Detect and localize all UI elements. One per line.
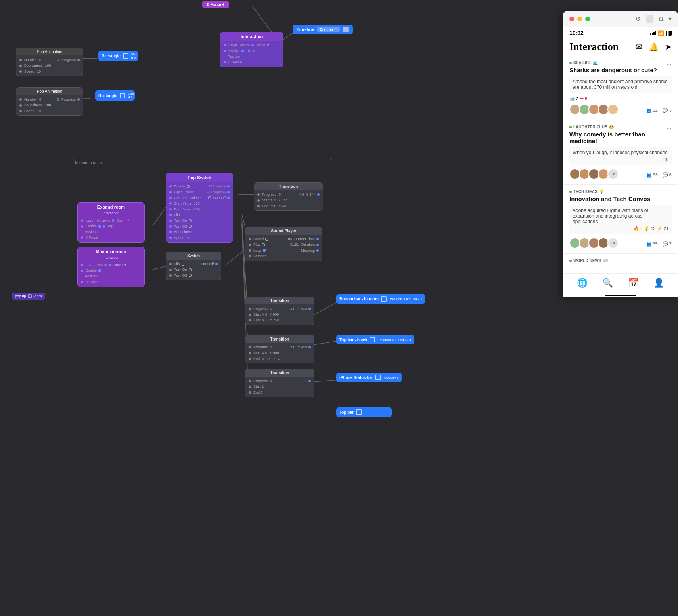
minimize-btn[interactable] xyxy=(577,17,582,21)
more-btn-3[interactable]: ··· xyxy=(667,189,672,197)
expand-room-body: LayerAudio rcDown ▼ EnableTap Position 0… xyxy=(78,216,144,242)
room-card-2[interactable]: LAUGHTER CLUB 😂 Why comedy is better tha… xyxy=(563,120,678,185)
nav-search[interactable]: 🔍 xyxy=(602,278,613,288)
iphone-status-node: iPhone Status bar Opacity 1 xyxy=(336,373,402,382)
react-bulb: 💡 13 xyxy=(644,226,655,231)
bottom-bar-icon xyxy=(381,296,387,302)
force-node: 0 Force + xyxy=(202,1,229,8)
minimize-room-node: Minimize room Interaction LayerVectorDow… xyxy=(77,247,145,287)
phone-screen: 19:02 📶 ▌ Interaction ✉ 🔔 ➤ xyxy=(563,27,678,296)
room-card-4[interactable]: WORLD NEWS 📰 ··· xyxy=(563,254,678,274)
room-card-3[interactable]: TECH IDEAS 💡 Innovation and Tech Convos … xyxy=(563,185,678,254)
rectangle-1[interactable]: Rectangle Size H 0 xyxy=(98,51,138,61)
timeline-dismiss[interactable]: Dismiss xyxy=(317,27,340,32)
react-bolt: ⚡ 21 xyxy=(657,226,668,231)
expand-room-subheader: Interaction xyxy=(78,211,144,216)
transition-3: Transition Progress0X 0Y 900 Start X 0Y … xyxy=(245,335,314,363)
tag-dot-4 xyxy=(569,260,572,262)
pop-switch-body: Enable100Value LayerNone0Progress Gestur… xyxy=(166,182,233,242)
bottom-bar-label: Bottom bar - in room xyxy=(339,297,379,301)
status-icons: 📶 ▌ xyxy=(650,30,672,36)
tech-emoji: 💡 xyxy=(599,189,604,194)
sound-player-header: Sound Player xyxy=(245,227,322,235)
room-tag-4: WORLD NEWS 📰 xyxy=(569,258,608,263)
interaction-header: Interaction xyxy=(220,32,283,41)
room-card-3-top: TECH IDEAS 💡 Innovation and Tech Convos … xyxy=(569,189,672,205)
iphone-icon xyxy=(375,375,381,380)
signal-bar-3 xyxy=(653,32,655,35)
switch-body: FlipOn / Off Turn On Turn Off xyxy=(166,260,221,280)
rect-2-sub: Size H 0 xyxy=(128,92,134,99)
transition-2: Transition Progress0X 0Y 900 Start X 0Y … xyxy=(245,297,314,325)
chevron-icon[interactable]: ▾ xyxy=(668,15,672,23)
top-bar-icon xyxy=(356,409,362,415)
more-btn-4[interactable]: ··· xyxy=(667,258,672,266)
transition-4-header: Transition xyxy=(245,369,314,377)
transition-1-body: Progress0X 0Y 844 Start X 0Y 844 EndX 0Y… xyxy=(254,190,323,210)
send-icon[interactable]: ➤ xyxy=(665,42,672,52)
listeners-1: 👥 12 xyxy=(646,108,658,113)
nav-calendar[interactable]: 📅 xyxy=(628,278,639,288)
bottom-bar-sub: Position X 0 Y 900 Z 0 xyxy=(390,297,422,301)
transition-3-header: Transition xyxy=(245,335,314,343)
rect-icon-1 xyxy=(123,53,128,59)
interaction-body: Layer Vector Down ▼ Enable Tap Position … xyxy=(220,41,283,67)
more-btn-1[interactable]: ··· xyxy=(667,61,672,68)
room-card-4-top: WORLD NEWS 📰 ··· xyxy=(569,258,672,266)
signal-bar-2 xyxy=(652,33,653,35)
sound-player-node: Sound Player Sound0sCurrent Time Play31.… xyxy=(245,227,322,261)
room-tag-3: TECH IDEAS 💡 xyxy=(569,189,650,194)
comments-2: 💬 6 xyxy=(663,172,672,178)
rectangle-2[interactable]: Rectangle Size H 0 xyxy=(95,90,135,101)
room-title-1: Sharks are dangerous or cute? xyxy=(569,67,657,73)
nav-indicator xyxy=(605,295,636,296)
room-title-2: Why comedy is better than medicine! xyxy=(569,131,667,144)
bell-icon[interactable]: 🔔 xyxy=(649,42,659,52)
mail-icon[interactable]: ✉ xyxy=(636,42,642,52)
pop-switch-node: Pop Switch Enable100Value LayerNone0Prog… xyxy=(166,173,233,243)
room-card-2-top: LAUGHTER CLUB 😂 Why comedy is better tha… xyxy=(569,125,672,147)
sound-player-body: Sound0sCurrent Time Play31.91Duration Lo… xyxy=(245,235,322,261)
more-btn-2[interactable]: ··· xyxy=(667,125,672,132)
phone-controls: ↺ ⬜ ⚙ ▾ xyxy=(563,11,678,27)
room-stats-1: 👥 12 💬 3 xyxy=(646,108,672,113)
laugh-emoji: 😂 xyxy=(609,125,614,129)
listeners-2: 👥 63 xyxy=(646,172,658,178)
switch-header: Switch xyxy=(166,252,221,260)
reaction-heart: ❤ 5 xyxy=(580,96,587,101)
group-label: In room pop up xyxy=(75,161,102,165)
maximize-btn[interactable] xyxy=(585,17,590,21)
tag-dot-2 xyxy=(569,126,572,128)
room-tag-1: SEA LIFE 🌊 xyxy=(569,61,657,65)
nav-globe[interactable]: 🌐 xyxy=(577,278,588,288)
pop-switch-header: Pop Switch xyxy=(166,173,233,182)
transition-1-header: Transition xyxy=(254,183,323,190)
transition-4-body: Progress01 Start 1 End 0 xyxy=(245,377,314,397)
wifi-icon: 📶 xyxy=(658,30,664,36)
popup-mini-icon xyxy=(28,294,32,298)
nav-profile[interactable]: 👤 xyxy=(653,278,664,288)
pop-animation-2-header: Pop Animation xyxy=(16,88,83,95)
room-preview-1: Among the most ancient and primitive sha… xyxy=(569,76,672,93)
pop-animation-1-body: Number00Progress Bounciness100 Speed10 xyxy=(16,55,83,76)
room-card-1[interactable]: SEA LIFE 🌊 Sharks are dangerous or cute?… xyxy=(563,56,678,120)
screen-icon[interactable]: ⬜ xyxy=(645,15,653,23)
ch-icons: ✉ 🔔 ➤ xyxy=(636,42,672,52)
status-bar: 19:02 📶 ▌ xyxy=(563,27,678,38)
iphone-status-label: iPhone Status bar xyxy=(339,375,373,380)
pop-animation-2: Pop Animation Number00Progress Bouncines… xyxy=(16,87,83,116)
avatars-row-3: +3 xyxy=(569,237,619,249)
comments-3: 💬 7 xyxy=(663,241,672,247)
close-btn[interactable] xyxy=(569,17,574,21)
room-preview-3: Adobe acquired Figma with plans of expan… xyxy=(569,205,672,234)
top-bar-black-sub: Position X 0 Y 900 Z 0 xyxy=(378,338,411,342)
top-bar-black-label: Top bar - black xyxy=(339,338,367,342)
settings-icon[interactable]: ⚙ xyxy=(658,15,664,23)
reaction-count-2: 4 xyxy=(663,157,668,162)
pop-animation-2-body: Number00Progress Bounciness100 Speed10 xyxy=(16,95,83,115)
comments-1: 💬 3 xyxy=(663,108,672,113)
refresh-icon[interactable]: ↺ xyxy=(636,15,641,23)
top-bar-black-node: Top bar - black Position X 0 Y 900 Z 0 xyxy=(336,335,414,344)
rect-1-sub: Size H 0 xyxy=(131,52,137,59)
avatars-row-2: +2 xyxy=(569,168,619,180)
